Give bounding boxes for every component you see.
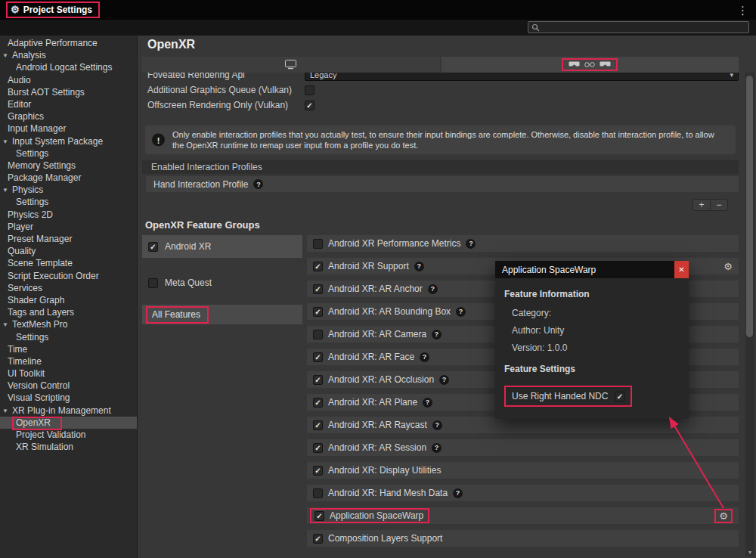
sidebar-item-shader-graph[interactable]: Shader Graph xyxy=(0,294,137,306)
checkbox[interactable] xyxy=(313,488,323,498)
checkbox[interactable]: ✓ xyxy=(313,443,323,453)
sidebar-item-audio[interactable]: Audio xyxy=(0,74,137,86)
checkbox[interactable]: ✓ xyxy=(313,420,323,430)
checkbox[interactable] xyxy=(313,239,323,249)
help-icon[interactable]: ? xyxy=(428,284,438,294)
gear-icon[interactable]: ⚙ xyxy=(723,262,733,271)
collapse-arrow-icon[interactable]: ▼ xyxy=(2,184,8,197)
feature-group-android-xr[interactable]: ✓Android XR xyxy=(142,235,302,258)
sidebar-item-label: Memory Settings xyxy=(8,160,76,171)
tab-vr-devices[interactable] xyxy=(442,57,739,73)
sidebar-item-xr-plug-in-management[interactable]: ▼XR Plug-in Management xyxy=(0,405,137,417)
remove-profile-button[interactable]: − xyxy=(711,200,727,210)
sidebar-item-settings[interactable]: Settings xyxy=(0,331,137,343)
search-field[interactable] xyxy=(528,21,749,33)
tab-desktop[interactable] xyxy=(142,57,440,73)
sidebar-item-editor[interactable]: Editor xyxy=(0,98,137,110)
foveated-rendering-label: Foveated Rendering Api xyxy=(142,73,305,80)
sidebar-item-timeline[interactable]: Timeline xyxy=(0,355,137,367)
sidebar-item-adaptive-performance[interactable]: Adaptive Performance xyxy=(0,37,137,49)
checkbox[interactable]: ✓ xyxy=(615,392,624,401)
sidebar-item-label: Project Validation xyxy=(16,429,86,440)
feature-group-label: Android XR xyxy=(165,241,211,252)
feature-label: Android XR: AR Raycast xyxy=(328,420,427,430)
sidebar-item-graphics[interactable]: Graphics xyxy=(0,110,137,122)
sidebar-item-project-validation[interactable]: Project Validation xyxy=(0,429,137,441)
help-icon[interactable]: ? xyxy=(466,239,476,249)
sidebar-item-preset-manager[interactable]: Preset Manager xyxy=(0,233,137,245)
foveated-rendering-dropdown[interactable]: Legacy ▾ xyxy=(305,73,739,81)
help-icon[interactable]: ? xyxy=(414,262,424,271)
checkbox[interactable]: ✓ xyxy=(314,511,324,521)
help-icon[interactable]: ? xyxy=(432,420,442,430)
help-icon[interactable]: ? xyxy=(253,179,263,189)
checkbox[interactable]: ✓ xyxy=(313,375,323,385)
sidebar-item-ui-toolkit[interactable]: UI Toolkit xyxy=(0,367,137,380)
sidebar-item-input-system-package[interactable]: ▼Input System Package xyxy=(0,135,137,147)
sidebar-item-quality[interactable]: Quality xyxy=(0,245,137,257)
checkbox[interactable]: ✓ xyxy=(313,307,323,317)
sidebar-item-input-manager[interactable]: Input Manager xyxy=(0,122,137,135)
feature-row-android-xr-ar-raycast: ✓Android XR: AR Raycast? xyxy=(307,417,739,433)
gear-icon[interactable]: ⚙ xyxy=(719,511,728,521)
sidebar-item-textmesh-pro[interactable]: ▼TextMesh Pro xyxy=(0,318,137,330)
help-icon[interactable]: ? xyxy=(423,398,432,408)
sidebar-item-openxr[interactable]: OpenXR xyxy=(0,417,137,429)
help-icon[interactable]: ? xyxy=(420,352,429,362)
help-icon[interactable]: ? xyxy=(432,443,442,453)
help-icon[interactable]: ? xyxy=(432,330,442,339)
hand-interaction-profile-row[interactable]: Hand Interaction Profile ? xyxy=(146,176,739,192)
sidebar-item-script-execution-order[interactable]: Script Execution Order xyxy=(0,270,137,282)
sidebar-item-physics[interactable]: ▼Physics xyxy=(0,184,137,196)
sidebar-item-label: Tags and Layers xyxy=(8,307,74,318)
collapse-arrow-icon[interactable]: ▼ xyxy=(2,136,8,148)
sidebar-item-android-logcat-settings[interactable]: Android Logcat Settings xyxy=(0,61,137,73)
feature-label: Android XR Support xyxy=(328,261,409,271)
sidebar-item-player[interactable]: Player xyxy=(0,221,137,233)
scrollbar-thumb[interactable] xyxy=(746,76,753,337)
checkbox[interactable]: ✓ xyxy=(313,466,323,476)
collapse-arrow-icon[interactable]: ▼ xyxy=(2,50,8,62)
checkbox[interactable]: ✓ xyxy=(313,534,323,544)
feature-groups-header: OpenXR Feature Groups xyxy=(145,219,739,231)
checkbox[interactable] xyxy=(305,85,314,95)
sidebar-item-analysis[interactable]: ▼Analysis xyxy=(0,49,137,61)
sidebar-item-services[interactable]: Services xyxy=(0,282,137,294)
checkbox[interactable] xyxy=(148,278,158,288)
sidebar-item-physics-2d[interactable]: Physics 2D xyxy=(0,209,137,221)
feature-group-meta-quest[interactable]: Meta Quest xyxy=(142,271,302,294)
close-icon[interactable]: ✕ xyxy=(674,261,689,278)
help-icon[interactable]: ? xyxy=(453,488,463,498)
sidebar-item-settings[interactable]: Settings xyxy=(0,196,137,208)
checkbox[interactable]: ✓ xyxy=(305,101,314,110)
collapse-arrow-icon[interactable]: ▼ xyxy=(2,319,8,331)
checkbox[interactable]: ✓ xyxy=(313,398,323,408)
sidebar-item-memory-settings[interactable]: Memory Settings xyxy=(0,160,137,172)
overflow-menu-icon[interactable]: ⋮ xyxy=(736,5,750,16)
help-icon[interactable]: ? xyxy=(456,307,466,317)
sidebar-item-scene-template[interactable]: Scene Template xyxy=(0,257,137,269)
checkbox[interactable] xyxy=(313,330,323,339)
checkbox[interactable]: ✓ xyxy=(313,262,323,271)
sidebar-item-version-control[interactable]: Version Control xyxy=(0,380,137,392)
sidebar-item-label: TextMesh Pro xyxy=(12,319,67,330)
all-features-row[interactable]: All Features xyxy=(142,305,302,324)
vertical-scrollbar[interactable]: ▼ xyxy=(745,73,754,556)
sidebar-item-burst-aot-settings[interactable]: Burst AOT Settings xyxy=(0,86,137,98)
scroll-down-icon[interactable]: ▼ xyxy=(745,548,754,556)
sidebar-item-settings[interactable]: Settings xyxy=(0,147,137,160)
sidebar-item-package-manager[interactable]: Package Manager xyxy=(0,172,137,184)
help-icon[interactable]: ? xyxy=(439,375,449,385)
checkbox[interactable]: ✓ xyxy=(313,284,323,294)
add-profile-button[interactable]: + xyxy=(693,200,711,210)
sidebar-item-visual-scripting[interactable]: Visual Scripting xyxy=(0,392,137,404)
checkbox[interactable]: ✓ xyxy=(148,242,158,252)
sidebar-item-xr-simulation[interactable]: XR Simulation xyxy=(0,441,137,453)
checkbox[interactable]: ✓ xyxy=(313,352,323,362)
search-input[interactable] xyxy=(543,22,745,33)
sidebar-item-tags-and-layers[interactable]: Tags and Layers xyxy=(0,306,137,318)
feature-row-android-xr-ar-session: ✓Android XR: AR Session? xyxy=(307,439,739,456)
popup-titlebar[interactable]: Application SpaceWarp ✕ xyxy=(495,261,689,278)
sidebar-item-time[interactable]: Time xyxy=(0,343,137,355)
collapse-arrow-icon[interactable]: ▼ xyxy=(2,405,8,417)
